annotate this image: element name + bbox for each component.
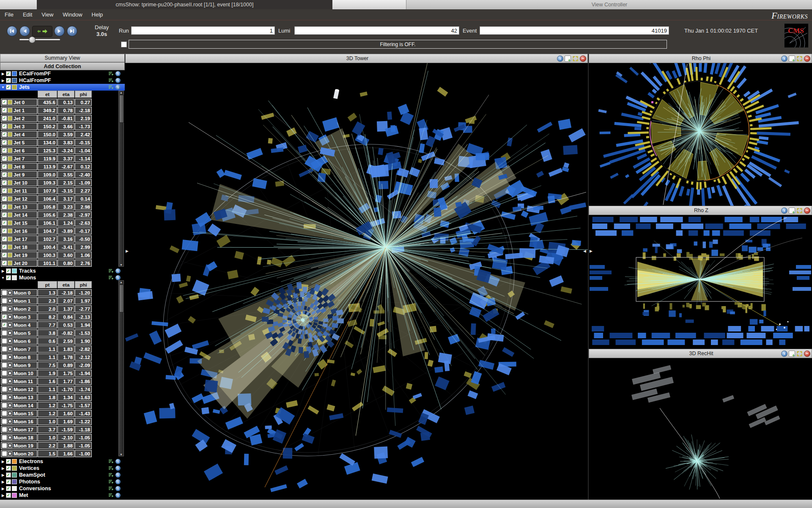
item-color-swatch[interactable] xyxy=(8,379,12,384)
close-view-icon[interactable]: − xyxy=(804,55,810,62)
run-input[interactable] xyxy=(131,26,275,35)
menu-item-edit[interactable]: Edit xyxy=(18,11,37,18)
expand-view-icon[interactable] xyxy=(796,207,803,214)
item-color-swatch[interactable] xyxy=(8,172,12,177)
collection-row-met[interactable]: ▶✓Meti xyxy=(0,492,125,499)
table-row[interactable]: Muon 181.0-2.10-1.05 xyxy=(1,434,125,441)
table-row[interactable]: Muon 12.32.071.97 xyxy=(1,297,125,304)
table-row[interactable]: Muon 53.8-0.82-1.53 xyxy=(1,329,125,337)
column-header-pt[interactable]: pt xyxy=(38,281,57,288)
info-icon[interactable]: i xyxy=(557,55,563,62)
item-color-swatch[interactable] xyxy=(8,315,12,319)
item-checkbox[interactable] xyxy=(2,379,7,384)
item-color-swatch[interactable] xyxy=(8,395,12,400)
tower-3d-viewport[interactable] xyxy=(125,63,588,500)
table-row[interactable]: ✓Jet 14105.62.38-2.97 xyxy=(1,211,125,218)
item-checkbox[interactable]: ✓ xyxy=(2,156,7,161)
table-row[interactable]: Muon 151.21.60-1.43 xyxy=(1,410,125,417)
color-swatch[interactable] xyxy=(12,78,17,83)
table-row[interactable]: ✓Jet 7119.93.37-1.14 xyxy=(1,155,125,162)
color-swatch[interactable] xyxy=(12,459,17,464)
delay-slider[interactable] xyxy=(19,39,60,40)
table-row[interactable]: ✓Muon 38.20.84-2.13 xyxy=(1,313,125,320)
table-row[interactable]: ✓Jet 4150.03.592.42 xyxy=(1,131,125,138)
table-row[interactable]: Muon 121.1-1.70-1.74 xyxy=(1,386,125,393)
info-icon[interactable]: i xyxy=(781,55,787,62)
undock-view-icon[interactable]: + xyxy=(789,55,795,62)
table-row[interactable]: ✓Jet 11107.9-3.152.27 xyxy=(1,187,125,194)
item-color-swatch[interactable] xyxy=(8,156,12,161)
info-icon[interactable]: i xyxy=(115,479,121,484)
item-checkbox[interactable] xyxy=(2,443,7,448)
previous-event-button[interactable] xyxy=(19,26,30,36)
item-color-swatch[interactable] xyxy=(8,188,12,193)
table-row[interactable]: ✓Jet 3150.23.66-1.73 xyxy=(1,123,125,130)
table-row[interactable]: Muon 60.62.591.90 xyxy=(1,337,125,345)
expand-triangle-icon[interactable]: ▶ xyxy=(0,494,6,497)
item-checkbox[interactable] xyxy=(2,435,7,440)
column-header-eta[interactable]: eta xyxy=(58,281,74,288)
table-row[interactable]: Muon 81.11.78-2.12 xyxy=(1,353,125,361)
item-checkbox[interactable] xyxy=(2,451,7,456)
info-icon[interactable]: i xyxy=(115,85,121,90)
collection-row-vertices[interactable]: ▶✓Verticesi xyxy=(0,465,125,472)
splitter-arrow-rightcol[interactable]: ▶ xyxy=(590,249,593,253)
filter-icon[interactable] xyxy=(108,85,114,90)
info-icon[interactable]: i xyxy=(115,493,121,498)
item-color-swatch[interactable] xyxy=(8,427,12,432)
table-row[interactable]: ✓Jet 13105.83.232.98 xyxy=(1,203,125,210)
expand-triangle-icon[interactable]: ▶ xyxy=(0,487,6,491)
undock-view-icon[interactable]: + xyxy=(789,207,795,214)
item-checkbox[interactable]: ✓ xyxy=(2,204,7,209)
expand-triangle-icon[interactable]: ▶ xyxy=(0,473,6,477)
table-row[interactable]: Muon 71.11.83-2.82 xyxy=(1,345,125,353)
item-color-swatch[interactable] xyxy=(8,164,12,169)
item-color-swatch[interactable] xyxy=(8,204,12,209)
visibility-checkbox[interactable]: ✓ xyxy=(6,479,11,484)
color-swatch[interactable] xyxy=(12,85,17,90)
visibility-checkbox[interactable]: ✓ xyxy=(6,493,11,498)
info-icon[interactable]: i xyxy=(115,275,121,280)
table-row[interactable]: Muon 111.61.77-1.86 xyxy=(1,378,125,385)
visibility-checkbox[interactable]: ✓ xyxy=(6,85,11,90)
undock-view-icon[interactable]: + xyxy=(565,55,571,62)
table-row[interactable]: ✓Jet 19100.33.601.06 xyxy=(1,251,125,259)
item-checkbox[interactable] xyxy=(2,371,7,375)
table-row[interactable]: Muon 22.01.37-2.77 xyxy=(1,305,125,312)
expand-triangle-icon[interactable]: ▶ xyxy=(0,72,6,76)
table-row[interactable]: Muon 97.50.89-2.09 xyxy=(1,362,125,369)
item-checkbox[interactable]: ✓ xyxy=(2,108,7,113)
info-icon[interactable]: i xyxy=(115,459,121,464)
item-checkbox[interactable]: ✓ xyxy=(2,315,7,319)
color-swatch[interactable] xyxy=(12,268,17,273)
item-color-swatch[interactable] xyxy=(8,245,12,249)
expand-triangle-icon[interactable]: ▶ xyxy=(0,480,6,484)
item-color-swatch[interactable] xyxy=(8,221,12,225)
table-row[interactable]: Muon 141.2-1.75-1.57 xyxy=(1,402,125,409)
item-color-swatch[interactable] xyxy=(8,371,12,375)
visibility-checkbox[interactable]: ✓ xyxy=(6,268,11,273)
item-color-swatch[interactable] xyxy=(8,237,12,241)
item-checkbox[interactable] xyxy=(2,403,7,408)
collection-row-conversions[interactable]: ▶✓Conversionsi xyxy=(0,485,125,492)
item-color-swatch[interactable] xyxy=(8,339,12,343)
collection-row-photons[interactable]: ▶✓Photonsi xyxy=(0,478,125,485)
info-icon[interactable]: i xyxy=(115,466,121,471)
color-swatch[interactable] xyxy=(12,479,17,484)
expand-triangle-icon[interactable]: ▶ xyxy=(0,79,6,83)
column-header-phi[interactable]: phi xyxy=(75,281,92,288)
filter-status-bar[interactable]: Filtering is OFF. xyxy=(129,40,667,49)
event-input[interactable] xyxy=(480,26,669,35)
collection-row-muons[interactable]: ▼✓Muonsi xyxy=(0,274,125,281)
item-checkbox[interactable] xyxy=(2,427,7,432)
item-checkbox[interactable] xyxy=(2,298,7,303)
item-checkbox[interactable] xyxy=(2,363,7,367)
color-swatch[interactable] xyxy=(12,493,17,498)
table-row[interactable]: ✓Jet 16104.7-3.89-0.17 xyxy=(1,227,125,235)
table-row[interactable]: Muon 161.01.69-1.22 xyxy=(1,418,125,425)
item-color-swatch[interactable] xyxy=(8,347,12,351)
filter-icon[interactable] xyxy=(108,459,114,464)
item-checkbox[interactable]: ✓ xyxy=(2,196,7,201)
item-color-swatch[interactable] xyxy=(8,132,12,137)
next-event-button[interactable] xyxy=(54,26,65,36)
